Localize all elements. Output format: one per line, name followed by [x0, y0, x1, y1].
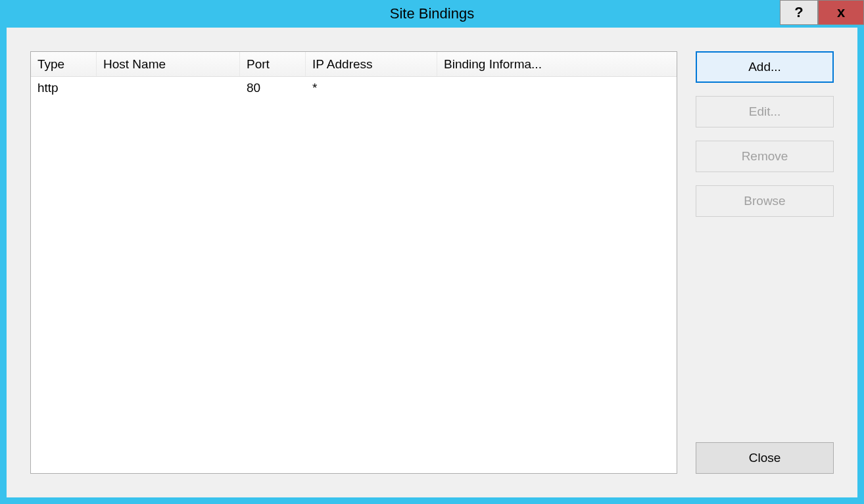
col-binding-header[interactable]: Binding Informa... — [437, 52, 575, 76]
dialog-window: Site Bindings ? x Type Host Name Port IP… — [0, 0, 864, 504]
help-button[interactable]: ? — [780, 0, 818, 25]
col-ip-header[interactable]: IP Address — [306, 52, 437, 76]
cell-port: 80 — [240, 81, 306, 95]
side-buttons: Add... Edit... Remove Browse Close — [696, 51, 834, 474]
col-type-header[interactable]: Type — [31, 52, 97, 76]
window-title: Site Bindings — [0, 5, 864, 22]
client-area: Type Host Name Port IP Address Binding I… — [7, 28, 857, 497]
bindings-table[interactable]: Type Host Name Port IP Address Binding I… — [30, 51, 677, 474]
help-icon: ? — [794, 4, 803, 21]
edit-button: Edit... — [696, 96, 834, 127]
browse-button: Browse — [696, 185, 834, 217]
table-row[interactable]: http 80 * — [31, 77, 677, 99]
col-port-header[interactable]: Port — [240, 52, 306, 76]
titlebar-controls: ? x — [780, 0, 864, 25]
spacer — [696, 230, 834, 429]
close-button[interactable]: Close — [696, 442, 834, 474]
add-button[interactable]: Add... — [696, 51, 834, 83]
titlebar[interactable]: Site Bindings ? x — [0, 0, 864, 28]
table-header: Type Host Name Port IP Address Binding I… — [31, 52, 677, 77]
cell-type: http — [31, 81, 97, 95]
table-body: http 80 * — [31, 77, 677, 473]
close-icon: x — [837, 4, 845, 21]
col-host-header[interactable]: Host Name — [97, 52, 240, 76]
window-close-button[interactable]: x — [818, 0, 864, 25]
cell-ip: * — [306, 81, 437, 95]
remove-button: Remove — [696, 141, 834, 172]
